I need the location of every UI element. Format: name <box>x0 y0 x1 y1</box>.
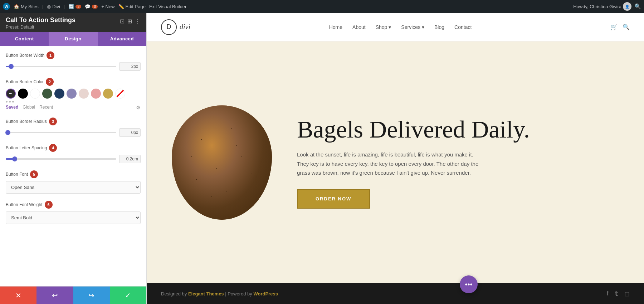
site-logo: D divi <box>161 19 190 35</box>
comments-link[interactable]: 💬 0 <box>85 4 98 9</box>
font-weight-label: Button Font Weight 6 <box>6 201 141 209</box>
tab-advanced[interactable]: Advanced <box>98 32 146 46</box>
hero-content: Bagels Delivered Daily. Look at the suns… <box>297 116 623 208</box>
fab-button[interactable]: ••• <box>460 275 478 293</box>
instagram-icon[interactable]: ◻ <box>624 290 630 298</box>
howdy-link[interactable]: Howdy, Christina Gwira 👤 <box>573 2 631 11</box>
border-width-input[interactable]: 2px <box>119 62 141 71</box>
step-6-badge: 6 <box>45 201 53 209</box>
step-2-badge: 2 <box>46 78 54 86</box>
step-1-badge: 1 <box>47 51 54 59</box>
edit-page-link[interactable]: ✏️ Edit Page <box>118 4 146 9</box>
preset-selector[interactable]: Preset: Default <box>6 25 75 30</box>
setting-font: Button Font 5 Open Sans Roboto Lato Mont… <box>6 170 141 194</box>
separator: | <box>42 4 43 9</box>
step-3-badge: 3 <box>49 118 57 125</box>
setting-border-radius: Button Border Radius 3 0px <box>6 118 141 137</box>
site-name-link[interactable]: ◎ Divi <box>47 4 60 9</box>
nav-home[interactable]: Home <box>329 24 342 30</box>
border-radius-track[interactable] <box>6 132 116 133</box>
color-tab-global[interactable]: Global <box>23 105 35 110</box>
step-5-badge: 5 <box>30 170 38 178</box>
elegant-themes-link[interactable]: Elegant Themes <box>188 291 224 296</box>
border-radius-label: Button Border Radius 3 <box>6 118 141 125</box>
setting-letter-spacing: Button Letter Spacing 4 0.2em <box>6 144 141 163</box>
wordpress-link[interactable]: WordPress <box>253 291 278 296</box>
check-icon: ✓ <box>125 291 131 300</box>
color-swatch-black[interactable] <box>18 89 28 99</box>
logo-circle: D <box>161 19 177 35</box>
dot3 <box>12 101 14 103</box>
letter-spacing-input[interactable]: 0.2em <box>119 155 141 163</box>
border-radius-thumb[interactable] <box>5 130 10 135</box>
undo-button[interactable]: ↩ <box>36 286 73 304</box>
panel-bottom-buttons: ✕ ↩ ↪ ✓ <box>0 286 146 304</box>
color-swatch-gold[interactable] <box>103 89 113 99</box>
dot2 <box>9 101 11 103</box>
color-picker-button[interactable]: ✒ <box>6 89 16 99</box>
resize-icon[interactable]: ⊡ <box>120 18 125 25</box>
logo-d-letter: D <box>167 23 171 31</box>
footer-text: Designed by Elegant Themes | Powered by … <box>161 291 278 296</box>
setting-border-color: Button Border Color 2 ✒ <box>6 78 141 110</box>
border-radius-slider-row: 0px <box>6 128 141 137</box>
x-icon: ✕ <box>15 291 21 300</box>
color-swatch-navy[interactable] <box>54 89 64 99</box>
panel-title: Call To Action Settings <box>6 16 75 24</box>
nav-about[interactable]: About <box>352 24 366 30</box>
more-icon[interactable]: ⋮ <box>135 18 141 25</box>
divi-icon: ◎ <box>47 4 51 9</box>
color-swatch-purple[interactable] <box>67 89 77 99</box>
letter-spacing-thumb[interactable] <box>12 156 17 161</box>
updates-icon: 🔄 <box>68 4 74 9</box>
setting-border-width: Button Border Width 1 2px <box>6 51 141 71</box>
color-swatch-white[interactable] <box>30 89 40 99</box>
font-select[interactable]: Open Sans Roboto Lato Montserrat Playfai… <box>6 181 141 194</box>
border-width-thumb[interactable] <box>9 64 14 69</box>
footer-social: f 𝕥 ◻ <box>607 290 630 298</box>
color-settings-icon[interactable]: ⚙ <box>136 105 141 110</box>
nav-contact[interactable]: Contact <box>454 24 472 30</box>
updates-link[interactable]: 🔄 3 <box>68 4 81 9</box>
nav-shop[interactable]: Shop ▾ <box>376 24 391 30</box>
redo-button[interactable]: ↪ <box>73 286 110 304</box>
facebook-icon[interactable]: f <box>607 290 609 298</box>
tab-content[interactable]: Content <box>0 32 49 46</box>
cancel-button[interactable]: ✕ <box>0 286 36 304</box>
letter-spacing-track[interactable] <box>6 158 116 160</box>
services-chevron-icon: ▾ <box>422 24 424 30</box>
twitter-icon[interactable]: 𝕥 <box>615 290 618 298</box>
dots-more[interactable] <box>6 101 141 103</box>
bagel-seeds <box>172 105 272 220</box>
panel-tabs: Content Design Advanced <box>0 32 146 46</box>
wordpress-logo[interactable]: W <box>3 3 10 10</box>
exit-builder-link[interactable]: Exit Visual Builder <box>149 4 187 9</box>
cta-button[interactable]: ORDER NOW <box>297 189 370 209</box>
hero-section: Bagels Delivered Daily. Look at the suns… <box>147 41 644 283</box>
my-sites-link[interactable]: 🏠 My Sites <box>14 4 39 9</box>
border-width-track[interactable] <box>6 66 116 67</box>
hero-title: Bagels Delivered Daily. <box>297 116 623 143</box>
tab-design[interactable]: Design <box>49 32 97 46</box>
color-tab-recent[interactable]: Recent <box>39 105 53 110</box>
border-radius-input[interactable]: 0px <box>119 128 141 137</box>
color-tab-saved[interactable]: Saved <box>6 105 18 110</box>
logo-text: divi <box>180 23 190 31</box>
border-width-slider-row: 2px <box>6 62 141 71</box>
cart-icon[interactable]: 🛒 <box>610 24 618 30</box>
search-icon[interactable]: 🔍 <box>634 3 641 10</box>
color-swatch-pink[interactable] <box>91 89 101 99</box>
color-swatch-green[interactable] <box>42 89 52 99</box>
font-weight-select[interactable]: Thin Light Regular Semi Bold Bold Extra … <box>6 211 141 224</box>
layout-icon[interactable]: ⊞ <box>127 18 132 25</box>
new-link[interactable]: + New <box>101 4 114 9</box>
color-swatch-none[interactable] <box>115 89 125 99</box>
nav-blog[interactable]: Blog <box>434 24 444 30</box>
letter-spacing-label: Button Letter Spacing 4 <box>6 144 141 152</box>
nav-search-icon[interactable]: 🔍 <box>623 24 630 30</box>
fab-dots-icon: ••• <box>465 280 472 289</box>
color-swatch-blush[interactable] <box>79 89 89 99</box>
save-button[interactable]: ✓ <box>110 286 146 304</box>
nav-services[interactable]: Services ▾ <box>401 24 424 30</box>
site-footer: Designed by Elegant Themes | Powered by … <box>147 283 644 304</box>
